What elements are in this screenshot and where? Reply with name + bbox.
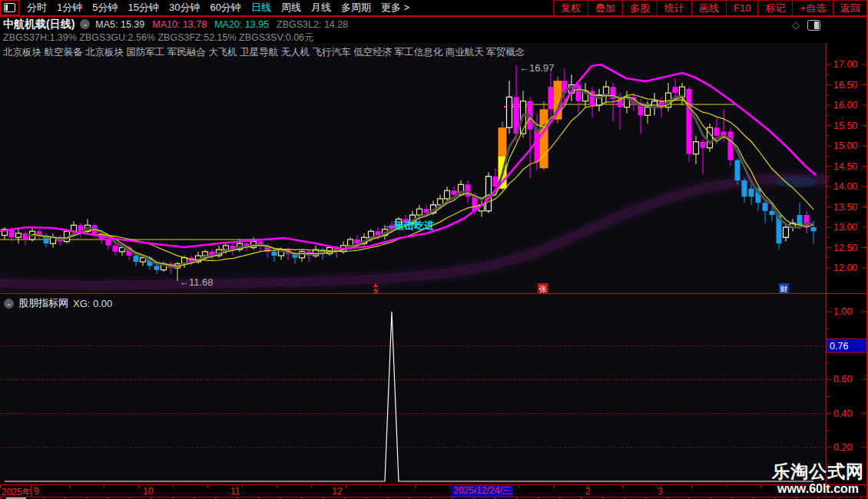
svg-text:13.00: 13.00 [833, 222, 857, 233]
period-tab-list: 分时1分钟5分钟15分钟30分钟60分钟日线周线月线多周期更多 > [27, 1, 553, 15]
svg-text:15.50: 15.50 [833, 121, 857, 131]
svg-text:12.00: 12.00 [833, 263, 857, 273]
ma-value: ZBGS3L2: 14.28 [277, 19, 348, 30]
diamond-icon[interactable]: ◇ [792, 19, 800, 31]
period-tab[interactable]: 月线 [311, 1, 331, 15]
sub-indicator-name: 股朋指标网 [18, 296, 68, 310]
svg-text:0.76: 0.76 [830, 341, 848, 352]
selected-date-badge: 2025/12/24/三 [451, 485, 513, 497]
watermark: 乐淘公式网 www.60lt.com [769, 461, 867, 496]
toolbar-action-button[interactable]: 叠加 [588, 1, 622, 16]
period-tab[interactable]: 1分钟 [57, 1, 82, 15]
chevron-down-icon[interactable]: ⌄ [4, 299, 14, 309]
quote-header: 中航机载(日线) ⌄ MA5: 15.39MA10: 13.78MA20: 13… [3, 18, 348, 31]
toolbar-action-button[interactable]: 画线 [691, 1, 726, 16]
month-label: 2 [585, 486, 591, 497]
watermark-url: www.60lt.com [769, 481, 867, 496]
chevron-down-icon[interactable]: ⌄ [80, 19, 90, 29]
toolbar-action-button[interactable]: 返回 [833, 1, 868, 16]
sub-indicator-value: XG: 0.00 [73, 298, 112, 309]
svg-text:13.50: 13.50 [833, 202, 857, 213]
period-tab[interactable]: 更多 > [381, 1, 409, 15]
sub-indicator-header: ⌄ 股朋指标网 XG: 0.00 [4, 296, 112, 310]
sidebar-toggle-button[interactable] [0, 0, 19, 15]
month-label: 12 [332, 486, 342, 497]
svg-text:0.20: 0.20 [833, 442, 852, 453]
svg-text:←16.97: ←16.97 [519, 62, 555, 74]
svg-text:←狙击吃进: ←狙击吃进 [384, 220, 434, 231]
toolbar-action-button[interactable]: 多股 [622, 1, 657, 16]
month-label: 10 [143, 486, 153, 497]
toolbar-action-list: 复权叠加多股统计画线F10标记+自选返回 [553, 0, 868, 16]
month-label: 11 [230, 486, 240, 497]
toolbar-action-button[interactable]: 复权 [553, 1, 588, 16]
month-label: 3 [658, 486, 663, 497]
svg-text:16.50: 16.50 [833, 80, 857, 91]
sector-tags-line[interactable]: 北京板块 航空装备 北京板块 国防军工 军民融合 大飞机 卫星导航 无人机 飞行… [3, 46, 525, 59]
svg-text:15.00: 15.00 [833, 140, 857, 151]
svg-text:财: 财 [780, 285, 788, 293]
period-tab[interactable]: 日线 [251, 1, 271, 15]
period-tab[interactable]: 60分钟 [210, 1, 240, 15]
ma-value: MA5: 15.39 [95, 19, 144, 30]
toolbar-action-button[interactable]: 标记 [757, 1, 792, 16]
main-candlestick-chart[interactable]: ←16.97←11.68←狙击吃进s张财17.0016.5016.0015.50… [0, 43, 868, 294]
tdx-stock-app-window: 分时1分钟5分钟15分钟30分钟60分钟日线周线月线多周期更多 > 复权叠加多股… [0, 0, 868, 499]
svg-text:14.50: 14.50 [833, 161, 857, 172]
toolbar-action-button[interactable]: 统计 [657, 1, 691, 16]
svg-text:14.00: 14.00 [833, 181, 857, 192]
period-tab[interactable]: 分时 [27, 1, 47, 15]
ma-value-list: MA5: 15.39MA10: 13.78MA20: 13.95ZBGS3L2:… [95, 19, 348, 30]
ma-value: MA20: 13.95 [214, 19, 269, 30]
svg-text:12.50: 12.50 [833, 243, 857, 253]
svg-text:16.00: 16.00 [833, 100, 857, 111]
svg-text:17.00: 17.00 [833, 59, 857, 70]
svg-text:1.00: 1.00 [833, 306, 852, 317]
svg-text:0.60: 0.60 [833, 374, 852, 385]
sub-indicator-chart[interactable]: 1.000.600.400.200.76 [0, 294, 868, 484]
chart-header-icons: ◇ [792, 19, 820, 31]
date-axis[interactable]: 2025年 910111223 2025/12/24/三 [0, 484, 867, 497]
ma-value: MA10: 13.78 [152, 19, 207, 30]
svg-text:←11.68: ←11.68 [179, 276, 214, 288]
month-label: 9 [34, 486, 39, 497]
period-tab[interactable]: 多周期 [341, 1, 371, 15]
watermark-site-name: 乐淘公式网 [769, 461, 867, 481]
toolbar-action-button[interactable]: F10 [726, 1, 757, 16]
period-tab[interactable]: 15分钟 [128, 1, 158, 15]
svg-text:s: s [373, 286, 378, 294]
split-window-icon[interactable] [807, 20, 820, 31]
period-toolbar: 分时1分钟5分钟15分钟30分钟60分钟日线周线月线多周期更多 > 复权叠加多股… [0, 0, 868, 17]
panel-toggle-icon [4, 3, 15, 12]
stock-title: 中航机载(日线) [3, 18, 75, 31]
svg-text:张: 张 [539, 285, 547, 293]
period-tab[interactable]: 5分钟 [92, 1, 118, 15]
period-tab[interactable]: 30分钟 [169, 1, 200, 15]
svg-text:0.40: 0.40 [833, 408, 852, 419]
toolbar-action-button[interactable]: +自选 [792, 1, 833, 16]
axis-divider [31, 485, 31, 497]
period-tab[interactable]: 周线 [281, 1, 301, 15]
